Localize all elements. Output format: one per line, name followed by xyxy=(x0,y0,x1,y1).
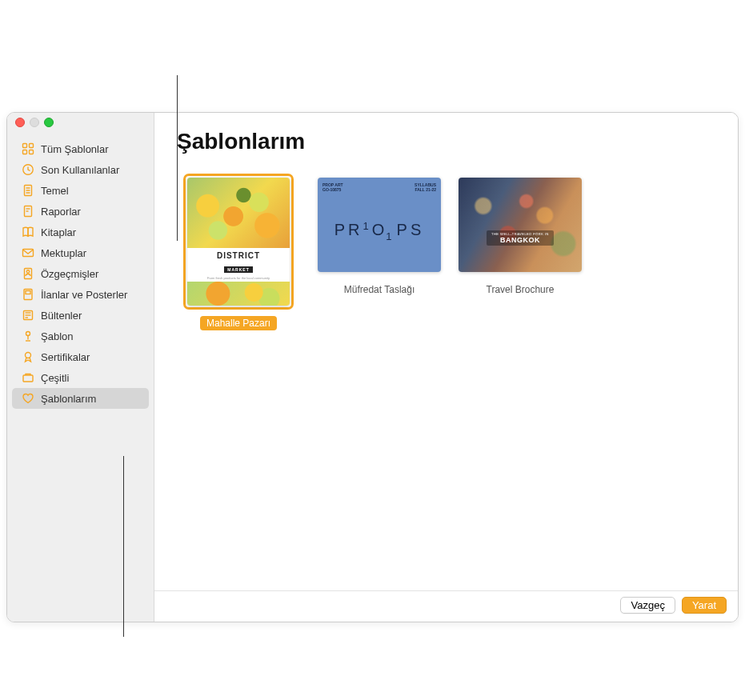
svg-point-22 xyxy=(26,353,31,358)
document-icon xyxy=(22,184,34,197)
main-header: Şablonlarım xyxy=(154,113,738,162)
sidebar-item-miscellaneous[interactable]: Çeşitli xyxy=(12,367,149,388)
sidebar-item-label: Mektuplar xyxy=(41,247,86,259)
sidebar-item-label: Sertifikalar xyxy=(41,351,90,363)
template-chooser-window: Tüm Şablonlar Son Kullanılanlar Temel Ra… xyxy=(6,112,739,622)
thumb-text: BANGKOK xyxy=(491,236,549,244)
minimize-window-button[interactable] xyxy=(30,118,39,127)
template-item-mufredat-taslagi[interactable]: PROP ART GO-10875 SYLLABUS FALL 21-22 PR… xyxy=(318,174,441,297)
grid-icon xyxy=(22,142,34,155)
sidebar-item-label: Son Kullanılanlar xyxy=(41,164,119,176)
report-icon xyxy=(22,205,34,218)
page-title: Şablonlarım xyxy=(177,129,715,154)
svg-rect-0 xyxy=(23,144,27,148)
sidebar-item-resumes[interactable]: Özgeçmişler xyxy=(12,263,149,284)
svg-rect-3 xyxy=(30,150,34,154)
sidebar-item-label: Şablon xyxy=(41,330,73,342)
heart-icon xyxy=(22,392,34,405)
sidebar-item-label: Şablonlarım xyxy=(41,393,96,405)
sidebar-item-my-templates[interactable]: Şablonlarım xyxy=(12,388,149,409)
sidebar-item-stationery[interactable]: Şablon xyxy=(12,326,149,346)
book-icon xyxy=(22,226,34,238)
svg-point-21 xyxy=(26,332,30,336)
template-label: Mahalle Pazarı xyxy=(200,316,277,330)
create-button[interactable]: Yarat xyxy=(682,597,727,614)
svg-point-14 xyxy=(26,270,29,273)
thumb-text: DISTRICT xyxy=(187,251,290,260)
sidebar-item-certificates[interactable]: Sertifikalar xyxy=(12,346,149,367)
sidebar-item-label: Özgeçmişler xyxy=(41,268,98,280)
template-item-mahalle-pazari[interactable]: DISTRICT MARKET Farm fresh products for … xyxy=(177,174,300,330)
sidebar-item-all-templates[interactable]: Tüm Şablonlar xyxy=(12,138,149,159)
callout-line xyxy=(123,456,124,637)
sidebar-item-label: Kitaplar xyxy=(41,226,76,238)
sidebar-item-books[interactable]: Kitaplar xyxy=(12,222,149,242)
sidebar-item-reports[interactable]: Raporlar xyxy=(12,201,149,222)
ribbon-icon xyxy=(22,350,34,363)
poster-icon xyxy=(22,288,34,301)
thumb-text: PR1O1PS xyxy=(322,192,436,267)
svg-rect-1 xyxy=(30,144,34,148)
template-label: Müfredat Taslağı xyxy=(338,282,422,297)
sidebar-item-label: Çeşitli xyxy=(41,372,69,384)
sidebar-item-label: İlanlar ve Posterler xyxy=(41,289,127,301)
template-item-travel-brochure[interactable]: THE WELL-TRAVELED FORK IN BANGKOK Travel… xyxy=(459,174,582,297)
sidebar-item-recents[interactable]: Son Kullanılanlar xyxy=(12,159,149,180)
stationery-icon xyxy=(22,330,34,342)
sidebar-item-label: Temel xyxy=(41,185,69,197)
svg-rect-23 xyxy=(23,375,33,382)
sidebar-item-label: Bültenler xyxy=(41,310,82,322)
person-icon xyxy=(22,267,34,280)
sidebar-item-label: Raporlar xyxy=(41,206,81,218)
clock-icon xyxy=(22,163,34,176)
cancel-button[interactable]: Vazgeç xyxy=(620,597,675,614)
newsletter-icon xyxy=(22,309,34,322)
callout-line xyxy=(177,75,178,241)
svg-rect-2 xyxy=(23,150,27,154)
template-thumbnail: PROP ART GO-10875 SYLLABUS FALL 21-22 PR… xyxy=(318,178,441,272)
sidebar-item-letters[interactable]: Mektuplar xyxy=(12,242,149,263)
dialog-footer: Vazgeç Yarat xyxy=(154,590,738,622)
templates-grid: DISTRICT MARKET Farm fresh products for … xyxy=(154,162,738,590)
sidebar: Tüm Şablonlar Son Kullanılanlar Temel Ra… xyxy=(7,113,154,622)
template-thumbnail: THE WELL-TRAVELED FORK IN BANGKOK xyxy=(459,178,582,272)
misc-icon xyxy=(22,371,34,384)
template-label: Travel Brochure xyxy=(480,282,561,297)
main-content: Şablonlarım DISTRICT MARKET Farm fresh p… xyxy=(154,113,738,622)
thumb-text: MARKET xyxy=(224,266,252,273)
sidebar-item-label: Tüm Şablonlar xyxy=(41,143,109,155)
svg-rect-16 xyxy=(26,291,30,294)
sidebar-item-newsletters[interactable]: Bültenler xyxy=(12,305,149,326)
sidebar-item-basic[interactable]: Temel xyxy=(12,180,149,201)
template-thumbnail: DISTRICT MARKET Farm fresh products for … xyxy=(187,178,290,306)
close-window-button[interactable] xyxy=(15,118,25,127)
thumb-text: Farm fresh products for the local commun… xyxy=(187,276,290,280)
sidebar-item-flyers-posters[interactable]: İlanlar ve Posterler xyxy=(12,284,149,305)
window-traffic-lights xyxy=(15,118,54,127)
envelope-icon xyxy=(22,246,34,259)
zoom-window-button[interactable] xyxy=(44,118,54,127)
